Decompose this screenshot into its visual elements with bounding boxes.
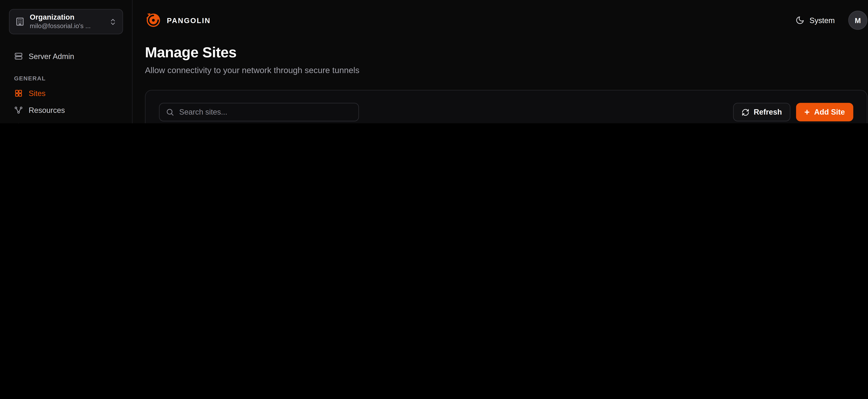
sidebar: Organization milo@fossorial.io's ... Ser…: [0, 0, 133, 123]
search-icon: [166, 108, 174, 116]
topbar-right: System M: [796, 10, 867, 30]
sites-card: Refresh + Add Site Name⇅ Online⇅ Site⇅ D…: [145, 90, 867, 123]
refresh-icon: [741, 108, 749, 116]
page-title: Manage Sites: [145, 44, 867, 61]
page-content: Manage Sites Allow connectivity to your …: [133, 40, 868, 123]
toolbar-actions: Refresh + Add Site: [733, 103, 854, 121]
card-toolbar: Refresh + Add Site: [159, 103, 854, 121]
plus-icon: +: [804, 108, 810, 117]
sidebar-item-sites[interactable]: Sites: [9, 85, 123, 102]
theme-toggle[interactable]: System: [796, 16, 835, 25]
sidebar-item-resources[interactable]: Resources: [9, 102, 123, 119]
chevrons-up-down-icon: [109, 18, 117, 26]
building-icon: [15, 17, 25, 26]
waypoints-icon: [14, 106, 23, 115]
add-site-button[interactable]: + Add Site: [796, 103, 853, 121]
sidebar-item-label: Server Admin: [29, 52, 74, 61]
globe-icon: [14, 123, 23, 123]
page-subtitle: Allow connectivity to your network throu…: [145, 65, 867, 75]
avatar[interactable]: M: [848, 10, 867, 30]
sidebar-item-label: Domains: [29, 123, 59, 123]
main-area: PANGOLIN System M Manage Sites Allow con…: [133, 0, 868, 123]
section-label-general: GENERAL: [14, 75, 118, 82]
sidebar-item-server-admin[interactable]: Server Admin: [9, 48, 123, 65]
search-box: [159, 103, 359, 121]
moon-icon: [796, 16, 804, 25]
sidebar-item-label: Resources: [29, 106, 65, 115]
sidebar-item-domains[interactable]: Domains: [9, 119, 123, 123]
org-account: milo@fossorial.io's ...: [30, 22, 104, 30]
brand-name: PANGOLIN: [167, 16, 211, 25]
server-icon: [14, 52, 23, 61]
refresh-label: Refresh: [753, 108, 782, 116]
blocks-icon: [14, 89, 23, 98]
theme-label: System: [809, 16, 835, 25]
org-texts: Organization milo@fossorial.io's ...: [30, 13, 104, 30]
topbar: PANGOLIN System M: [133, 0, 868, 40]
org-picker[interactable]: Organization milo@fossorial.io's ...: [9, 9, 123, 34]
sidebar-item-label: Sites: [29, 89, 45, 98]
app-window: Organization milo@fossorial.io's ... Ser…: [0, 0, 868, 123]
refresh-button[interactable]: Refresh: [733, 103, 790, 121]
org-name: Organization: [30, 13, 104, 22]
add-site-label: Add Site: [814, 108, 845, 116]
brand[interactable]: PANGOLIN: [145, 12, 211, 29]
pangolin-logo-icon: [145, 12, 162, 29]
search-input[interactable]: [179, 108, 352, 116]
avatar-initial: M: [855, 16, 861, 25]
